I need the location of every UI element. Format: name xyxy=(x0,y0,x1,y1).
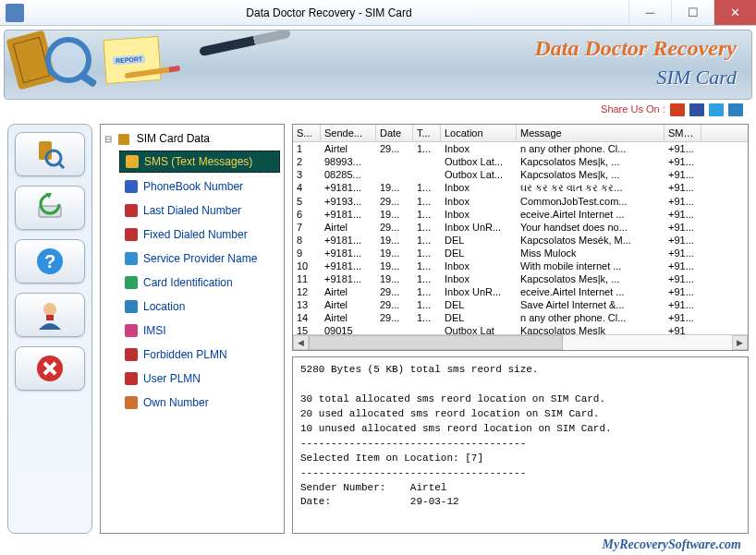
googleplus-icon[interactable] xyxy=(670,103,685,116)
table-row[interactable]: 7Airtel29...1...Inbox UnR...Your handset… xyxy=(293,221,748,234)
scroll-thumb[interactable] xyxy=(309,335,563,350)
table-cell: +9181... xyxy=(321,272,376,285)
window-controls: ─ ☐ ✕ xyxy=(628,0,756,25)
table-cell: +91... xyxy=(665,259,701,272)
fixeddial-icon xyxy=(125,228,138,241)
table-cell: +91... xyxy=(665,155,701,168)
table-row[interactable]: 308285...Outbox Lat...Kapcsolatos Mes|k,… xyxy=(293,168,748,181)
footer-url: MyRecoverySoftware.com xyxy=(603,537,741,551)
tree-item-forbidden[interactable]: Forbidden PLMN xyxy=(119,344,280,365)
tree-item-imsi[interactable]: IMSI xyxy=(119,320,280,341)
linkedin-icon[interactable] xyxy=(728,103,743,116)
table-cell: Inbox xyxy=(441,208,517,221)
detail-date-value: 29-03-12 xyxy=(410,496,459,507)
recover-button[interactable] xyxy=(15,186,85,230)
tree-item-card[interactable]: Card Identification xyxy=(119,272,280,293)
user-button[interactable] xyxy=(15,293,85,337)
tree-root-label: SIM Card Data xyxy=(137,132,210,145)
table-cell: 11 xyxy=(293,272,321,285)
tree-item-label: IMSI xyxy=(143,324,166,337)
table-cell: 19... xyxy=(376,272,413,285)
table-row[interactable]: 14Airtel29...1...DELn any other phone. C… xyxy=(293,311,748,324)
table-cell: +91... xyxy=(665,195,701,208)
table-row[interactable]: 8+9181...19...1...DELKapcsolatos Mesék, … xyxy=(293,234,748,247)
table-cell: DEL xyxy=(441,311,517,324)
table-cell: eceive.Airtel Internet ... xyxy=(517,285,665,298)
table-cell: Airtel xyxy=(321,285,376,298)
table-row[interactable]: 12Airtel29...1...Inbox UnR...eceive.Airt… xyxy=(293,285,748,298)
column-header[interactable]: Location xyxy=(441,125,517,141)
close-button[interactable]: ✕ xyxy=(713,0,756,25)
table-row[interactable]: 4+9181...19...1...Inboxઘર કર કર વાત કર ક… xyxy=(293,181,748,195)
table-cell: Kapcsolatos Mes|k, ... xyxy=(517,155,665,168)
table-cell: +91... xyxy=(665,311,701,324)
tree-item-own[interactable]: Own Number xyxy=(119,392,280,413)
detail-date-label: Date: xyxy=(300,496,331,507)
horizontal-scrollbar[interactable]: ◀ ▶ xyxy=(293,334,748,350)
table-cell xyxy=(413,324,441,334)
table-cell: 29... xyxy=(376,311,413,324)
right-panel: S...Sende...DateT...LocationMessageSMS..… xyxy=(292,124,749,534)
detail-sender-row: Sender Number: Airtel xyxy=(300,481,740,496)
column-header[interactable]: Date xyxy=(376,125,413,141)
tree-item-fixeddial[interactable]: Fixed Dialed Number xyxy=(119,224,280,245)
column-header[interactable]: T... xyxy=(413,125,441,141)
facebook-icon[interactable] xyxy=(689,103,704,116)
table-cell: 7 xyxy=(293,221,321,234)
help-button[interactable]: ? xyxy=(15,239,85,284)
table-row[interactable]: 11+9181...19...1...InboxKapcsolatos Mes|… xyxy=(293,272,748,285)
tree-item-label: Fixed Dialed Number xyxy=(143,228,248,241)
tree-item-envelope[interactable]: SMS (Text Messages) xyxy=(119,151,280,173)
table-cell: n any other phone. Cl... xyxy=(517,142,665,155)
table-cell: Airtel xyxy=(321,221,376,234)
tree-panel: SIM Card Data SMS (Text Messages)PhoneBo… xyxy=(100,124,285,534)
table-cell: 15 xyxy=(293,324,321,334)
column-header[interactable]: SMS... xyxy=(665,125,701,141)
table-row[interactable]: 298993...Outbox Lat...Kapcsolatos Mes|k,… xyxy=(293,155,748,168)
table-cell: +9181... xyxy=(321,259,376,272)
scan-button[interactable] xyxy=(15,132,85,176)
tree-item-lastdial[interactable]: Last Dialed Number xyxy=(119,200,280,221)
minimize-button[interactable]: ─ xyxy=(628,0,671,25)
table-cell xyxy=(376,155,413,168)
table-row[interactable]: 10+9181...19...1...InboxWith mobile inte… xyxy=(293,259,748,272)
main-area: ? SIM Card Data SMS (Text Messages)Phone… xyxy=(0,122,756,537)
table-row[interactable]: 5+9193...29...1...InboxCommonJobTest.com… xyxy=(293,195,748,208)
tree-item-antenna[interactable]: Service Provider Name xyxy=(119,248,280,269)
sms-table: S...Sende...DateT...LocationMessageSMS..… xyxy=(292,124,749,351)
table-row[interactable]: 13Airtel29...1...DELSave Airtel Internet… xyxy=(293,298,748,311)
table-row[interactable]: 1Airtel29...1...Inboxn any other phone. … xyxy=(293,142,748,155)
tree-item-label: Service Provider Name xyxy=(143,252,257,265)
table-cell: 3 xyxy=(293,168,321,181)
table-cell: CommonJobTest.com... xyxy=(517,195,665,208)
detail-size: 5280 Bytes (5 KB) total sms reord size. xyxy=(300,363,740,378)
table-cell: 1 xyxy=(293,142,321,155)
table-cell: Outbox Lat... xyxy=(441,168,517,181)
scroll-right-icon[interactable]: ▶ xyxy=(732,335,748,350)
table-cell xyxy=(376,324,413,334)
column-header[interactable]: Message xyxy=(517,125,665,141)
column-header[interactable]: Sende... xyxy=(321,125,376,141)
app-icon xyxy=(6,4,24,22)
table-row[interactable]: 1509015Outbox LatKapcsolatos Mes|k+91 xyxy=(293,324,748,334)
table-cell: +91... xyxy=(665,221,701,234)
table-cell: Outbox Lat xyxy=(441,324,517,334)
column-header[interactable]: S... xyxy=(293,125,321,141)
sidebar-toolbar: ? xyxy=(7,124,92,534)
table-cell: DEL xyxy=(441,298,517,311)
detail-selected: Selected Item on Location: [7] xyxy=(300,452,740,466)
tree-root-node[interactable]: SIM Card Data xyxy=(104,130,280,147)
maximize-button[interactable]: ☐ xyxy=(671,0,713,25)
tree-item-label: Own Number xyxy=(143,396,209,409)
twitter-icon[interactable] xyxy=(709,103,724,116)
tree-item-globe[interactable]: Location xyxy=(119,296,280,317)
scroll-left-icon[interactable]: ◀ xyxy=(293,335,309,350)
table-cell: Outbox Lat... xyxy=(441,155,517,168)
table-row[interactable]: 6+9181...19...1...Inboxeceive.Airtel Int… xyxy=(293,208,748,221)
exit-button[interactable] xyxy=(15,346,85,391)
table-row[interactable]: 9+9181...19...1...DEL Miss Mulock+91... xyxy=(293,247,748,259)
scroll-track[interactable] xyxy=(309,335,732,350)
tree-item-userplmn[interactable]: User PLMN xyxy=(119,368,280,389)
tree-item-phonebook[interactable]: PhoneBook Number xyxy=(119,176,280,197)
table-cell: 29... xyxy=(376,298,413,311)
